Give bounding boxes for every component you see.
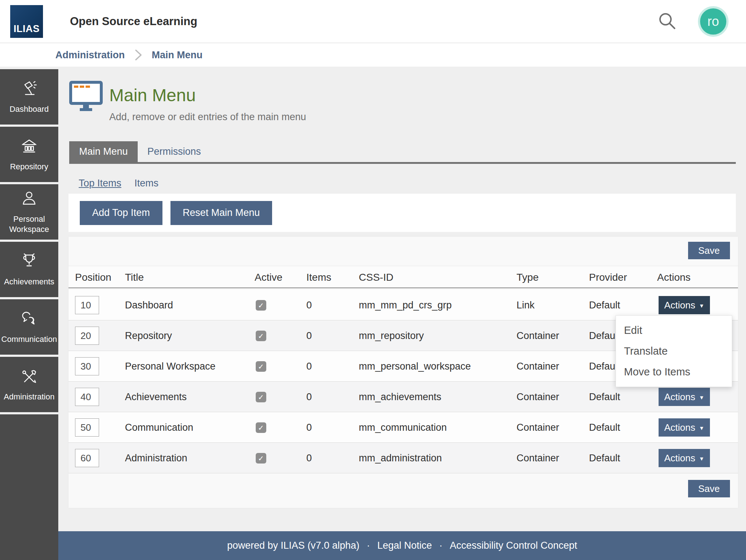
reset-main-menu-button[interactable]: Reset Main Menu bbox=[170, 201, 272, 225]
table-row: Administration ✓ 0 mm_administration Con… bbox=[68, 443, 738, 473]
tab-underline bbox=[69, 162, 736, 164]
sidebar-filler bbox=[0, 414, 58, 560]
chat-bubbles-icon bbox=[19, 310, 39, 330]
row-type: Container bbox=[517, 412, 559, 443]
ilias-logo[interactable]: ILIAS bbox=[10, 5, 43, 38]
check-icon: ✓ bbox=[258, 332, 264, 340]
toolbar: Add Top Item Reset Main Menu bbox=[68, 194, 736, 232]
dropdown-item-translate[interactable]: Translate bbox=[616, 341, 732, 362]
sidebar-item-achievements[interactable]: Achievements bbox=[0, 242, 58, 297]
top-bar: ILIAS Open Source eLearning ro bbox=[0, 0, 746, 43]
row-type: Container bbox=[517, 351, 559, 382]
position-input[interactable] bbox=[75, 357, 99, 375]
footer: powered by ILIAS (v7.0 alpha) · Legal No… bbox=[58, 531, 746, 560]
tab-permissions[interactable]: Permissions bbox=[138, 141, 211, 162]
subtab-top-items[interactable]: Top Items bbox=[79, 178, 121, 189]
lamp-icon bbox=[19, 80, 39, 99]
col-provider: Provider bbox=[589, 266, 627, 289]
tab-main-menu[interactable]: Main Menu bbox=[69, 141, 138, 162]
avatar[interactable]: ro bbox=[698, 6, 729, 37]
position-input[interactable] bbox=[75, 327, 99, 345]
dropdown-item-move-to-items[interactable]: Move to Items bbox=[616, 362, 732, 382]
col-position: Position bbox=[75, 266, 111, 289]
sidebar-item-label: Communication bbox=[0, 334, 60, 344]
items-count: 0 bbox=[306, 443, 312, 473]
trophy-icon bbox=[19, 252, 39, 272]
crossed-tools-icon bbox=[19, 367, 39, 387]
check-icon: ✓ bbox=[258, 301, 264, 310]
sidebar-item-communication[interactable]: Communication bbox=[0, 299, 58, 355]
search-icon bbox=[657, 11, 678, 32]
check-icon: ✓ bbox=[258, 423, 264, 432]
row-type: Container bbox=[517, 320, 559, 351]
items-count: 0 bbox=[306, 351, 312, 382]
search-button[interactable] bbox=[656, 9, 679, 33]
items-count: 0 bbox=[306, 290, 312, 320]
subtab-items[interactable]: Items bbox=[134, 178, 158, 189]
items-count: 0 bbox=[306, 320, 312, 351]
sidebar-item-label: Dashboard bbox=[7, 104, 52, 114]
actions-button[interactable]: Actions ▼ bbox=[659, 388, 710, 406]
check-icon: ✓ bbox=[258, 454, 264, 463]
sidebar-item-personal-workspace[interactable]: Personal Workspace bbox=[0, 184, 58, 240]
row-provider: Default bbox=[589, 443, 620, 473]
check-icon: ✓ bbox=[258, 362, 264, 371]
logo-text: ILIAS bbox=[13, 23, 40, 35]
row-title: Communication bbox=[125, 412, 193, 443]
sidebar-item-administration[interactable]: Administration bbox=[0, 357, 58, 412]
active-checkbox[interactable]: ✓ bbox=[256, 331, 266, 341]
position-input[interactable] bbox=[75, 296, 99, 314]
css-id: mm_mm_pd_crs_grp bbox=[359, 290, 452, 320]
sidebar-item-label: Achievements bbox=[1, 277, 57, 287]
person-icon bbox=[19, 190, 39, 209]
chevron-right-icon bbox=[134, 49, 142, 61]
dropdown-item-edit[interactable]: Edit bbox=[616, 320, 732, 341]
row-title: Administration bbox=[125, 443, 187, 473]
active-checkbox[interactable]: ✓ bbox=[256, 361, 266, 372]
position-input[interactable] bbox=[75, 418, 99, 437]
table-row: Communication ✓ 0 mm_communication Conta… bbox=[68, 412, 738, 443]
page-subtitle: Add, remove or edit entries of the main … bbox=[109, 111, 306, 123]
items-count: 0 bbox=[306, 382, 312, 412]
table-header: Position Title Active Items CSS-ID Type … bbox=[68, 266, 738, 288]
top-items-table: Save Position Title Active Items CSS-ID … bbox=[68, 237, 738, 508]
actions-button[interactable]: Actions ▼ bbox=[659, 418, 710, 437]
footer-separator: · bbox=[439, 540, 443, 551]
save-button-bottom[interactable]: Save bbox=[688, 480, 730, 497]
caret-down-icon: ▼ bbox=[699, 394, 704, 401]
sidebar-item-label: Repository bbox=[7, 162, 51, 172]
breadcrumb-administration[interactable]: Administration bbox=[55, 50, 125, 61]
row-title: Personal Workspace bbox=[125, 351, 216, 382]
ilias-admin-screen: ILIAS Open Source eLearning ro Administr… bbox=[0, 0, 746, 560]
page-title: Main Menu bbox=[109, 85, 196, 105]
row-type: Link bbox=[517, 290, 535, 320]
footer-separator: · bbox=[367, 540, 370, 551]
save-button-top[interactable]: Save bbox=[688, 242, 730, 259]
col-title: Title bbox=[125, 266, 144, 289]
legal-notice-link[interactable]: Legal Notice bbox=[377, 540, 432, 551]
css-id: mm_administration bbox=[359, 443, 442, 473]
subtab-bar: Top Items Items bbox=[79, 178, 158, 189]
actions-button[interactable]: Actions ▼ bbox=[659, 449, 710, 467]
position-input[interactable] bbox=[75, 449, 99, 467]
actions-button[interactable]: Actions ▼ bbox=[659, 296, 710, 314]
col-active: Active bbox=[255, 266, 282, 289]
accessibility-link[interactable]: Accessibility Control Concept bbox=[450, 540, 577, 551]
row-title: Dashboard bbox=[125, 290, 173, 320]
add-top-item-button[interactable]: Add Top Item bbox=[80, 201, 162, 225]
active-checkbox[interactable]: ✓ bbox=[256, 453, 266, 464]
row-title: Achievements bbox=[125, 382, 187, 412]
sidebar-item-dashboard[interactable]: Dashboard bbox=[0, 69, 58, 125]
sidebar-item-repository[interactable]: Repository bbox=[0, 127, 58, 182]
powered-by-text: powered by ILIAS (v7.0 alpha) bbox=[227, 540, 360, 551]
breadcrumb-bar: Administration Main Menu bbox=[0, 43, 746, 67]
active-checkbox[interactable]: ✓ bbox=[256, 392, 266, 402]
col-css-id: CSS-ID bbox=[359, 266, 393, 289]
active-checkbox[interactable]: ✓ bbox=[256, 300, 266, 311]
active-checkbox[interactable]: ✓ bbox=[256, 422, 266, 433]
row-title: Repository bbox=[125, 320, 172, 351]
breadcrumb-main-menu[interactable]: Main Menu bbox=[152, 50, 203, 61]
row-type: Container bbox=[517, 382, 559, 412]
position-input[interactable] bbox=[75, 388, 99, 406]
bank-icon bbox=[19, 137, 39, 157]
